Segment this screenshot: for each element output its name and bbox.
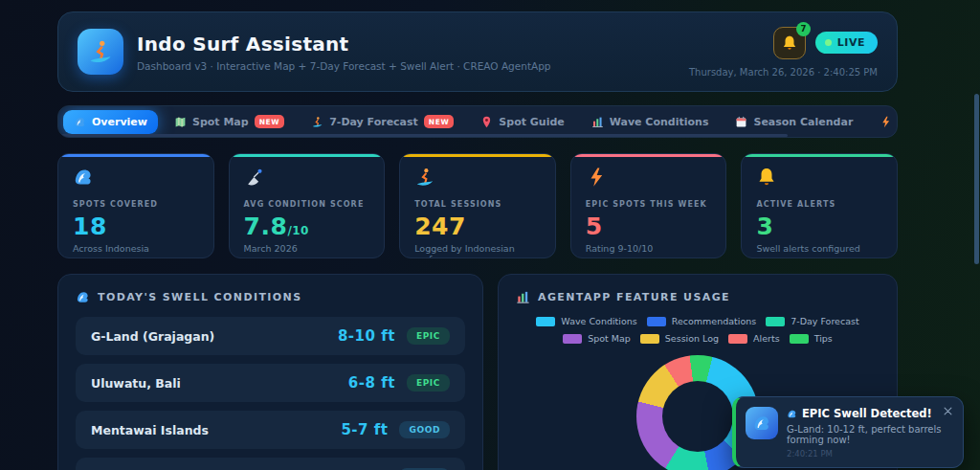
legend-item[interactable]: Tips xyxy=(790,333,833,344)
stat-value: 7.8/10 xyxy=(244,213,370,240)
stat-card: ACTIVE ALERTS 3 Swell alerts configured xyxy=(741,153,898,258)
tab-label: Spot Map xyxy=(192,116,249,128)
stat-value: 5 xyxy=(586,213,712,240)
stat-value: 3 xyxy=(756,213,882,240)
app-header: Indo Surf Assistant Dashboard v3 · Inter… xyxy=(57,11,898,92)
legend-label: Wave Conditions xyxy=(561,316,636,326)
surfer-icon xyxy=(311,116,323,128)
new-badge: NEW xyxy=(255,115,284,128)
close-icon[interactable] xyxy=(943,406,953,416)
stat-accent-bar xyxy=(742,154,897,157)
wave-icon xyxy=(752,414,771,433)
spot-name: Uluwatu, Bali xyxy=(91,376,181,391)
legend-label: Session Log xyxy=(665,333,719,344)
usage-panel-title: AGENTAPP FEATURE USAGE xyxy=(538,291,730,303)
legend-item[interactable]: Spot Map xyxy=(563,333,631,344)
swell-rows: G-Land (Grajagan) 8-10 ft EPIC Uluwatu, … xyxy=(76,317,465,470)
tab-bar: Overview Spot Map NEW 7-Day Forecast NEW… xyxy=(57,105,898,138)
legend-label: 7-Day Forecast xyxy=(791,316,858,326)
stat-value: 18 xyxy=(73,213,199,240)
legend-item[interactable]: Wave Conditions xyxy=(536,316,636,326)
rating-badge: GOOD xyxy=(399,421,450,438)
notifications-button[interactable]: 7 xyxy=(773,27,806,59)
legend-item[interactable]: Recommendations xyxy=(647,316,756,326)
surfer-icon xyxy=(414,167,435,188)
tab-overview[interactable]: Overview xyxy=(63,110,158,134)
tab-season-calendar[interactable]: Season Calendar xyxy=(724,110,863,134)
app-logo xyxy=(78,29,123,75)
stats-row: SPOTS COVERED 18 Across Indonesia AVG CO… xyxy=(57,153,898,258)
tab-label: Season Calendar xyxy=(753,116,853,128)
swell-row[interactable]: Mentawai Islands 5-7 ft GOOD xyxy=(76,411,465,449)
calendar-icon xyxy=(735,116,747,128)
bolt-icon xyxy=(880,116,892,128)
legend-label: Recommendations xyxy=(672,316,756,326)
legend-swatch xyxy=(790,334,809,344)
stat-card: EPIC SPOTS THIS WEEK 5 Rating 9-10/10 xyxy=(570,153,727,258)
swell-row[interactable]: G-Land (Grajagan) 8-10 ft EPIC xyxy=(76,317,465,355)
stat-value: 247 xyxy=(414,213,541,240)
tabs-horizontal-scrollbar[interactable] xyxy=(58,134,788,137)
stat-subtext: Rating 9-10/10 xyxy=(586,243,712,254)
stat-label: SPOTS COVERED xyxy=(73,200,199,209)
swell-panel-header: TODAY'S SWELL CONDITIONS xyxy=(76,290,465,304)
usage-panel-header: AGENTAPP FEATURE USAGE xyxy=(516,290,880,304)
stat-card: SPOTS COVERED 18 Across Indonesia xyxy=(57,153,214,258)
legend-swatch xyxy=(536,317,555,326)
header-text: Indo Surf Assistant Dashboard v3 · Inter… xyxy=(137,33,551,72)
wave-icon xyxy=(74,116,86,128)
swell-panel: TODAY'S SWELL CONDITIONS G-Land (Grajaga… xyxy=(57,274,483,470)
map-icon xyxy=(174,116,187,128)
vertical-scrollbar[interactable] xyxy=(974,94,979,264)
tab-spot-map[interactable]: Spot Map NEW xyxy=(164,109,295,134)
legend-swatch xyxy=(640,334,659,344)
stat-accent-bar xyxy=(571,154,726,157)
rating-badge: EPIC xyxy=(407,374,450,392)
legend-swatch xyxy=(563,334,582,344)
tab-7-day-forecast[interactable]: 7-Day Forecast NEW xyxy=(301,109,464,134)
spot-name: G-Land (Grajagan) xyxy=(91,329,214,344)
live-status-badge: LIVE xyxy=(815,32,878,54)
swell-size: 6-8 ft xyxy=(348,374,395,392)
stat-label: AVG CONDITION SCORE xyxy=(244,200,370,209)
tab-label: Wave Conditions xyxy=(610,116,709,128)
tab-label: Spot Guide xyxy=(499,116,564,128)
tab-level-progression[interactable]: Level Progression xyxy=(869,110,898,134)
wave-icon xyxy=(76,290,90,304)
stat-subtext: Logged by Indonesian surfers xyxy=(414,243,541,258)
legend-item[interactable]: 7-Day Forecast xyxy=(766,316,858,326)
chart-legend: Wave Conditions Recommendations 7-Day Fo… xyxy=(516,316,880,344)
legend-label: Alerts xyxy=(753,333,780,344)
legend-label: Tips xyxy=(814,333,833,344)
toast-timestamp: 2:40:21 PM xyxy=(787,449,951,459)
wave-icon xyxy=(73,167,94,188)
stat-label: EPIC SPOTS THIS WEEK xyxy=(586,200,712,209)
legend-swatch xyxy=(766,317,785,326)
stat-subtext: Swell alerts configured xyxy=(756,243,882,254)
stat-label: ACTIVE ALERTS xyxy=(756,200,882,209)
toast-message: G-Land: 10-12 ft, perfect barrels formin… xyxy=(787,424,951,445)
stat-accent-bar xyxy=(58,154,213,157)
legend-item[interactable]: Session Log xyxy=(640,333,719,344)
bolt-icon xyxy=(586,167,607,188)
toast-app-icon xyxy=(746,407,778,439)
live-dot-icon xyxy=(825,39,832,46)
tab-wave-conditions[interactable]: Wave Conditions xyxy=(581,110,720,134)
legend-item[interactable]: Alerts xyxy=(728,333,780,344)
swell-row[interactable]: Lakey Peak, NTB 4-6 ft GOOD xyxy=(76,458,465,470)
spot-name: Mentawai Islands xyxy=(91,423,209,437)
bar-chart-icon xyxy=(516,290,530,304)
stat-label: TOTAL SESSIONS xyxy=(414,200,541,209)
tab-spot-guide[interactable]: Spot Guide xyxy=(470,110,574,134)
legend-swatch xyxy=(728,334,747,344)
bell-icon xyxy=(756,167,777,188)
bell-icon xyxy=(781,34,798,52)
swell-size: 8-10 ft xyxy=(338,327,395,345)
stat-accent-bar xyxy=(400,154,555,157)
wave-icon xyxy=(787,409,797,419)
live-label: LIVE xyxy=(837,36,865,49)
stat-card: AVG CONDITION SCORE 7.8/10 March 2026 xyxy=(229,153,386,258)
tab-label: Overview xyxy=(92,116,147,128)
pin-icon xyxy=(480,116,493,128)
swell-row[interactable]: Uluwatu, Bali 6-8 ft EPIC xyxy=(76,364,465,402)
